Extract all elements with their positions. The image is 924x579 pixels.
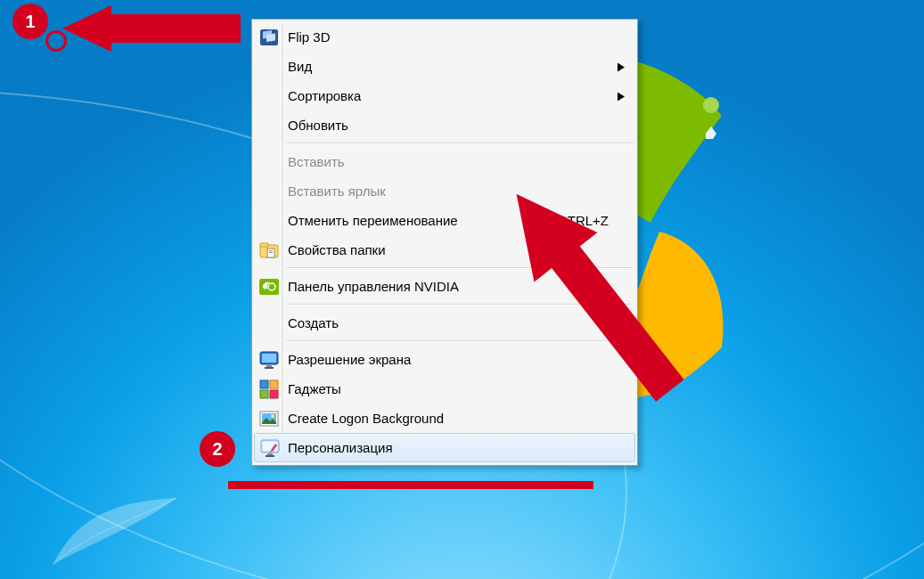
svg-rect-5 xyxy=(260,243,268,247)
menu-item-label: Вид xyxy=(288,59,635,74)
svg-point-21 xyxy=(271,414,274,418)
menu-item-refresh[interactable]: Обновить xyxy=(254,110,635,140)
svg-rect-25 xyxy=(266,455,274,457)
personalize-icon xyxy=(258,436,282,460)
annotation-arrow-1 xyxy=(62,5,241,59)
menu-item-label: Flip 3D xyxy=(288,29,635,45)
menu-item-flip3d[interactable]: Flip 3D xyxy=(254,22,635,52)
desktop[interactable]: Flip 3D Вид Сортировка Обновить Вставить… xyxy=(0,0,924,579)
annotation-step-2-number: 2 xyxy=(212,439,222,460)
picture-icon xyxy=(258,407,281,430)
monitor-icon xyxy=(258,348,281,371)
svg-rect-3 xyxy=(266,33,275,41)
menu-item-label: Обновить xyxy=(288,118,635,133)
menu-item-view[interactable]: Вид xyxy=(254,52,635,81)
gadgets-icon xyxy=(258,378,281,401)
svg-rect-13 xyxy=(266,365,272,367)
svg-point-0 xyxy=(703,97,719,113)
leaf-decoration xyxy=(53,494,178,566)
svg-rect-18 xyxy=(270,390,278,398)
svg-rect-7 xyxy=(269,250,273,251)
annotation-step-1-number: 1 xyxy=(25,12,35,32)
svg-rect-17 xyxy=(260,390,268,398)
svg-rect-15 xyxy=(260,380,268,388)
annotation-step-1-badge: 1 xyxy=(12,4,48,39)
submenu-arrow-icon xyxy=(617,88,625,103)
annotation-step-2-badge: 2 xyxy=(200,431,235,467)
nvidia-icon xyxy=(258,275,281,298)
svg-rect-12 xyxy=(262,354,276,363)
menu-item-label: Сортировка xyxy=(288,88,635,103)
svg-rect-8 xyxy=(269,252,273,253)
svg-rect-14 xyxy=(265,367,274,369)
annotation-arrow-2 xyxy=(472,138,731,468)
folder-properties-icon xyxy=(258,239,281,262)
svg-rect-16 xyxy=(270,380,278,388)
svg-rect-24 xyxy=(267,453,273,455)
menu-item-sort[interactable]: Сортировка xyxy=(254,81,635,110)
submenu-arrow-icon xyxy=(617,59,625,74)
annotation-underline xyxy=(228,481,593,489)
flip3d-icon xyxy=(258,26,281,49)
